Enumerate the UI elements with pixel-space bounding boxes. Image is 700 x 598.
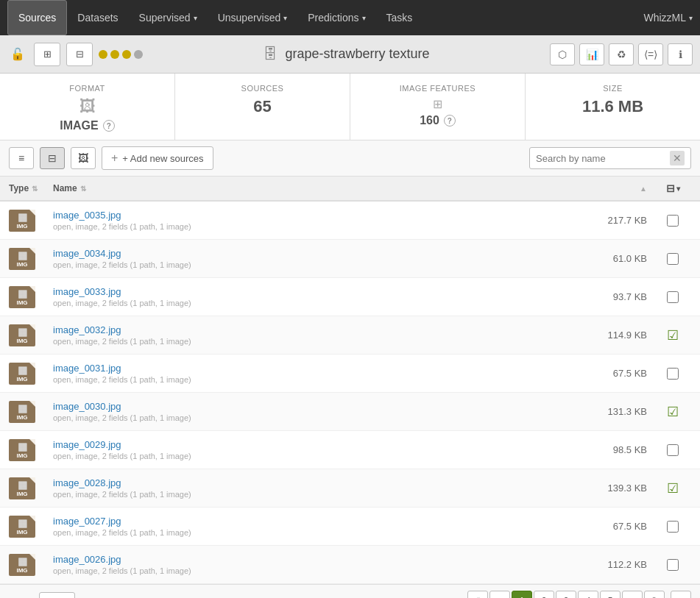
page-controls: ⟪ ‹ 1 2 3 4 5 › ⟫ xyxy=(467,591,665,598)
image-features-label: IMAGE FEATURES xyxy=(362,84,513,93)
page-2-button[interactable]: 2 xyxy=(534,591,554,598)
type-header-label: Type xyxy=(9,183,29,193)
pagination-grid-icon[interactable]: ⊟ xyxy=(671,591,691,598)
filename-link[interactable]: image_0032.jpg xyxy=(53,324,566,335)
user-menu[interactable]: WhizzML ▾ xyxy=(643,12,693,24)
row-check-cell[interactable] xyxy=(654,521,691,533)
size-box: SIZE 11.6 MB xyxy=(526,74,700,140)
page-5-button[interactable]: 5 xyxy=(600,591,621,598)
row-checkbox[interactable] xyxy=(667,444,679,456)
per-page-select[interactable]: 10 20 50 xyxy=(39,592,75,599)
filename-link[interactable]: image_0027.jpg xyxy=(53,516,566,527)
nav-tasks[interactable]: Tasks xyxy=(376,0,423,35)
layers-icon: ⊞ xyxy=(43,49,52,60)
sources-label: SOURCES xyxy=(187,84,338,93)
grid-view-button[interactable]: ⊟ xyxy=(40,147,65,169)
row-size-cell: 67.5 KB xyxy=(566,368,654,379)
next-page-button[interactable]: › xyxy=(622,591,643,598)
format-value: IMAGE ? xyxy=(12,119,163,132)
type-sort-icon[interactable]: ⇅ xyxy=(32,185,38,193)
check-column-header: ⊟ ▾ xyxy=(654,182,691,194)
row-checkbox[interactable] xyxy=(667,291,679,303)
img-badge-text: IMG xyxy=(16,452,27,459)
add-sources-button[interactable]: + + Add new sources xyxy=(102,146,213,170)
filename-link[interactable]: image_0030.jpg xyxy=(53,401,566,412)
table-row: ▦ IMG image_0031.jpg open, image, 2 fiel… xyxy=(0,355,700,393)
nav-datasets[interactable]: Datasets xyxy=(67,0,128,35)
size-text: 11.6 MB xyxy=(582,97,643,116)
check-checked-icon[interactable]: ☑ xyxy=(667,327,679,344)
row-check-cell[interactable] xyxy=(654,444,691,456)
row-size-cell: 98.5 KB xyxy=(566,444,654,455)
filename-link[interactable]: image_0033.jpg xyxy=(53,286,566,297)
info-boxes: FORMAT 🖼 IMAGE ? SOURCES 65 IMAGE FEATUR… xyxy=(0,74,700,140)
refresh-button[interactable]: ♻ xyxy=(609,43,634,65)
check-checked-icon[interactable]: ☑ xyxy=(667,480,679,496)
table-row: ▦ IMG image_0034.jpg open, image, 2 fiel… xyxy=(0,240,700,278)
source-title: 🗄 grape-strawberry texture xyxy=(149,46,544,63)
check-header-arrow[interactable]: ▾ xyxy=(676,185,680,193)
table-header: Type ⇅ Name ⇅ ▲ ⊟ ▾ xyxy=(0,177,700,202)
page-4-button[interactable]: 4 xyxy=(578,591,598,598)
filename-link[interactable]: image_0028.jpg xyxy=(53,477,566,488)
filename-link[interactable]: image_0031.jpg xyxy=(53,363,566,374)
row-check-cell[interactable]: ☑ xyxy=(654,480,691,496)
filename-link[interactable]: image_0035.jpg xyxy=(53,210,566,221)
filename-link[interactable]: image_0034.jpg xyxy=(53,248,566,259)
show-label: Show xyxy=(9,596,33,599)
page-1-button[interactable]: 1 xyxy=(512,591,532,598)
row-check-cell[interactable]: ☑ xyxy=(654,327,691,344)
nav-sources[interactable]: Sources xyxy=(7,0,67,35)
row-check-cell[interactable] xyxy=(654,559,691,571)
source-action-button-2[interactable]: ⊟ xyxy=(66,43,93,66)
row-checkbox[interactable] xyxy=(667,559,679,571)
nav-unsupervised[interactable]: Unsupervised ▾ xyxy=(208,0,298,35)
image-view-button[interactable]: 🖼 xyxy=(71,147,96,169)
chart-button[interactable]: 📊 xyxy=(579,43,604,65)
sources-box: SOURCES 65 xyxy=(175,74,350,140)
format-help-icon[interactable]: ? xyxy=(103,120,115,132)
supervised-arrow-icon: ▾ xyxy=(194,14,197,22)
img-badge-icon: ▦ xyxy=(18,441,27,452)
format-box: FORMAT 🖼 IMAGE ? xyxy=(0,74,175,140)
filename-link[interactable]: image_0026.jpg xyxy=(53,554,566,565)
export-button[interactable]: ⬡ xyxy=(550,43,575,65)
row-check-cell[interactable] xyxy=(654,291,691,303)
row-checkbox[interactable] xyxy=(667,521,679,533)
pagination-bar: Show 10 20 50 sources 1 to 10 of 65 sour… xyxy=(0,584,700,598)
img-badge-text: IMG xyxy=(16,529,27,535)
table-row: ▦ IMG image_0030.jpg open, image, 2 fiel… xyxy=(0,393,700,431)
first-page-button[interactable]: ⟪ xyxy=(467,591,488,598)
img-badge-text: IMG xyxy=(16,567,27,574)
code-button[interactable]: ⟨=⟩ xyxy=(638,43,663,65)
row-checkbox[interactable] xyxy=(667,215,679,227)
row-checkbox[interactable] xyxy=(667,368,679,380)
clear-search-button[interactable]: ✕ xyxy=(670,151,685,165)
row-size-cell: 61.0 KB xyxy=(566,253,654,264)
lock-icon[interactable]: 🔓 xyxy=(7,44,28,65)
code-icon: ⟨=⟩ xyxy=(644,49,657,60)
size-sort-up-icon[interactable]: ▲ xyxy=(640,185,647,193)
row-check-cell[interactable] xyxy=(654,215,691,227)
source-action-button-1[interactable]: ⊞ xyxy=(34,43,60,66)
row-check-cell[interactable] xyxy=(654,368,691,380)
row-name-cell: image_0029.jpg open, image, 2 fields (1 … xyxy=(53,439,566,460)
nav-predictions[interactable]: Predictions ▾ xyxy=(297,0,375,35)
page-3-button[interactable]: 3 xyxy=(556,591,576,598)
filename-link[interactable]: image_0029.jpg xyxy=(53,439,566,450)
prev-page-button[interactable]: ‹ xyxy=(489,591,510,598)
row-check-cell[interactable] xyxy=(654,253,691,265)
check-checked-icon[interactable]: ☑ xyxy=(667,404,679,420)
row-check-cell[interactable]: ☑ xyxy=(654,404,691,420)
check-header-icon[interactable]: ⊟ xyxy=(666,182,675,194)
name-sort-icon[interactable]: ⇅ xyxy=(80,185,86,193)
name-column-header: Name ⇅ xyxy=(53,183,566,193)
image-features-help-icon[interactable]: ? xyxy=(444,115,456,127)
search-input[interactable] xyxy=(536,153,670,164)
list-view-button[interactable]: ≡ xyxy=(9,147,34,169)
last-page-button[interactable]: ⟫ xyxy=(644,591,665,598)
row-checkbox[interactable] xyxy=(667,253,679,265)
nav-supervised[interactable]: Supervised ▾ xyxy=(129,0,208,35)
info-button[interactable]: ℹ xyxy=(668,43,693,65)
row-name-cell: image_0031.jpg open, image, 2 fields (1 … xyxy=(53,363,566,384)
